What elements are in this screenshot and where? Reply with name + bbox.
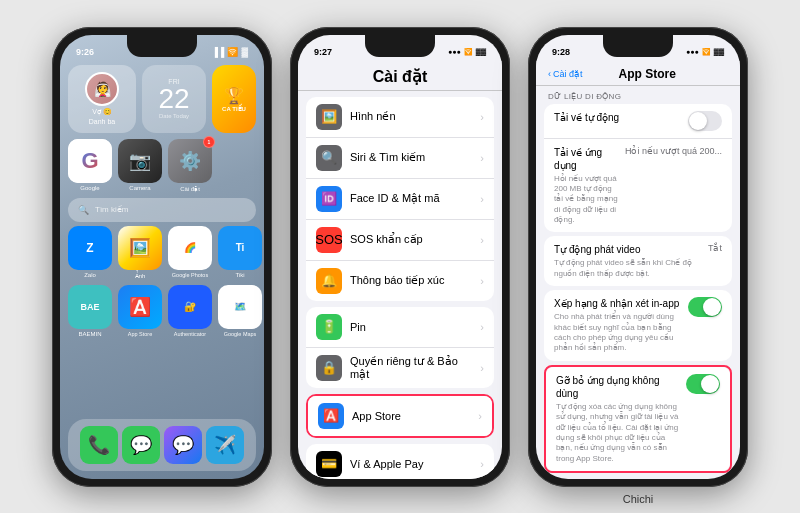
wallpaper-icon: 🖼️ <box>316 104 342 130</box>
wallet-label: Ví & Apple Pay <box>350 458 472 470</box>
dock-telegram[interactable]: ✈️ <box>206 426 244 464</box>
app-download-content: Tải về ứng dụng Hỏi nếu vượt quá 200 MB … <box>554 146 619 226</box>
phone-1-screen: 9:26 ▐▐ 🛜 ▓ 👰 Vợ 😊 Danh ba <box>60 35 264 479</box>
date-widget[interactable]: FRI 22 Date Today <box>142 65 206 133</box>
signal-icon: ▐▐ <box>212 47 225 57</box>
settings-item-appstore[interactable]: 🅰️ App Store › <box>308 396 492 436</box>
faceid-icon: 🆔 <box>316 186 342 212</box>
settings-list: 🖼️ Hình nền › 🔍 Siri & Tìm kiếm › 🆔 Face… <box>298 91 502 479</box>
notch-1 <box>127 35 197 57</box>
app-camera[interactable]: 📷 Camera <box>118 139 162 192</box>
notch-3 <box>603 35 673 57</box>
wifi-2: 🛜 <box>464 48 473 56</box>
wifi-3: 🛜 <box>702 48 711 56</box>
phone-3-screen: 9:28 ●●● 🛜 ▓▓ ‹ Cài đặt App Store DỮ LIỆ… <box>536 35 740 479</box>
rating-toggle[interactable] <box>688 297 722 317</box>
settings-item-battery[interactable]: 🔋 Pin › <box>306 307 494 348</box>
signal-3: ●●● <box>686 48 699 55</box>
dock: 📞 💬 💬 ✈️ <box>68 419 256 471</box>
section-privacy-label: QUYỀN RIÊNG TƯ <box>536 477 740 478</box>
app-google[interactable]: G Google <box>68 139 112 192</box>
mobile-data-group: Tải về tự động Tải về ứng dụng Hỏi nếu v… <box>544 104 732 233</box>
wallpaper-chevron: › <box>480 111 484 123</box>
app-maps-label: Google Maps <box>224 331 257 337</box>
date-num: 22 <box>158 85 189 113</box>
toggle-knob-3 <box>701 375 719 393</box>
rating-content: Xếp hạng & nhận xét in-app Cho nhà phát … <box>554 297 682 354</box>
faceid-label: Face ID & Mật mã <box>350 192 472 205</box>
app-gphotos[interactable]: 🌈 Google Photos <box>168 226 212 279</box>
app-google-label: Google <box>80 185 99 191</box>
settings-item-privacy[interactable]: 🔒 Quyền riêng tư & Bảo mật › <box>306 348 494 388</box>
offload-toggle[interactable] <box>686 374 720 394</box>
settings-item-faceid[interactable]: 🆔 Face ID & Mật mã › <box>306 179 494 220</box>
app-baemin-label: BAEMIN <box>78 331 101 337</box>
app-appstore[interactable]: 🅰️ App Store <box>118 285 162 337</box>
auto-download-label: Tải về tự động <box>554 111 682 124</box>
siri-chevron: › <box>480 152 484 164</box>
battery-icon: ▓ <box>241 47 248 57</box>
app-zalo[interactable]: Z Zalo <box>68 226 112 279</box>
chichi-label: Chichi <box>623 493 654 505</box>
settings-group-1: 🖼️ Hình nền › 🔍 Siri & Tìm kiếm › 🆔 Face… <box>306 97 494 301</box>
dock-messenger[interactable]: 💬 <box>164 426 202 464</box>
battery-label: Pin <box>350 321 472 333</box>
offload-sublabel: Tự động xóa các ứng dụng không sử dụng, … <box>556 402 680 464</box>
signal-2: ●●● <box>448 48 461 55</box>
dock-messages[interactable]: 💬 <box>122 426 160 464</box>
settings-item-wallpaper[interactable]: 🖼️ Hình nền › <box>306 97 494 138</box>
app-anh-label: Ảnh <box>135 272 146 279</box>
settings-item-sos[interactable]: SOS SOS khẩn cấp › <box>306 220 494 261</box>
battery-chevron: › <box>480 321 484 333</box>
privacy-label: Quyền riêng tư & Bảo mật <box>350 355 472 381</box>
battery-2: ▓▓ <box>476 48 486 55</box>
video-label: Tự động phát video <box>554 243 702 256</box>
settings-item-notify[interactable]: 🔔 Thông báo tiếp xúc › <box>306 261 494 301</box>
auto-download-toggle[interactable] <box>688 111 722 131</box>
avatar: 👰 <box>85 72 119 106</box>
section-mobile-label: DỮ LIỆU DI ĐỘNG <box>536 86 740 104</box>
search-bar[interactable]: 🔍 Tìm kiếm <box>68 198 256 222</box>
dock-phone[interactable]: 📞 <box>80 426 118 464</box>
phone-2-screen: 9:27 ●●● 🛜 ▓▓ Cài đặt 🖼️ Hình nền › <box>298 35 502 479</box>
settings-item-wallet[interactable]: 💳 Ví & Apple Pay › <box>306 444 494 479</box>
time-1: 9:26 <box>76 47 94 57</box>
rating-label: Xếp hạng & nhận xét in-app <box>554 297 682 310</box>
video-group: Tự động phát video Tự động phát video sẽ… <box>544 236 732 286</box>
appstore-label: App Store <box>352 410 470 422</box>
rating-group: Xếp hạng & nhận xét in-app Cho nhà phát … <box>544 290 732 361</box>
app-row-2: Z Zalo 🖼️ Ảnh 🌈 Google Photos Ti Tiki <box>68 226 256 279</box>
app-baemin[interactable]: BAE BAEMIN <box>68 285 112 337</box>
offload-row: Gỡ bỏ ứng dụng không dùng Tự động xóa cá… <box>546 367 730 471</box>
siri-label: Siri & Tìm kiếm <box>350 151 472 164</box>
back-icon: ‹ <box>548 69 551 79</box>
settings-badge: 1 <box>203 136 215 148</box>
wallpaper-label: Hình nền <box>350 110 472 123</box>
contact-sublabel: Danh ba <box>89 118 115 125</box>
widget-row: 👰 Vợ 😊 Danh ba FRI 22 Date Today 🏆 CA TI… <box>68 65 256 133</box>
settings-item-siri[interactable]: 🔍 Siri & Tìm kiếm › <box>306 138 494 179</box>
appstore-highlight-box: 🅰️ App Store › <box>306 394 494 438</box>
app-settings[interactable]: ⚙️ 1 Cài đặt <box>168 139 212 192</box>
app-anh[interactable]: 🖼️ Ảnh <box>118 226 162 279</box>
back-button[interactable]: ‹ Cài đặt <box>548 69 583 79</box>
app-auth-label: Authenticator <box>174 331 206 337</box>
phone-3-shell: 9:28 ●●● 🛜 ▓▓ ‹ Cài đặt App Store DỮ LIỆ… <box>528 27 748 487</box>
rating-row: Xếp hạng & nhận xét in-app Cho nhà phát … <box>544 290 732 361</box>
auto-download-row: Tải về tự động <box>544 104 732 139</box>
phone-2: 9:27 ●●● 🛜 ▓▓ Cài đặt 🖼️ Hình nền › <box>290 27 510 487</box>
contact-widget[interactable]: 👰 Vợ 😊 Danh ba <box>68 65 136 133</box>
offload-label: Gỡ bỏ ứng dụng không dùng <box>556 374 680 400</box>
date-event: Date Today <box>159 113 189 119</box>
notify-icon: 🔔 <box>316 268 342 294</box>
app-gphotos-label: Google Photos <box>172 272 208 278</box>
app-tiki[interactable]: Ti Tiki <box>218 226 262 279</box>
app-download-sublabel: Hỏi nếu vượt quá 200 MB tự động tải về b… <box>554 174 619 226</box>
app-auth[interactable]: 🔐 Authenticator <box>168 285 212 337</box>
video-sublabel: Tự động phát video sẽ sẵn khi Chế độ ngu… <box>554 258 702 279</box>
toggle-knob-2 <box>703 298 721 316</box>
app-appstore-label: App Store <box>128 331 152 337</box>
app-download-row: Tải về ứng dụng Hỏi nếu vượt quá 200 MB … <box>544 139 732 233</box>
app-tiki-label: Tiki <box>235 272 244 278</box>
app-maps[interactable]: 🗺️ Google Maps <box>218 285 262 337</box>
